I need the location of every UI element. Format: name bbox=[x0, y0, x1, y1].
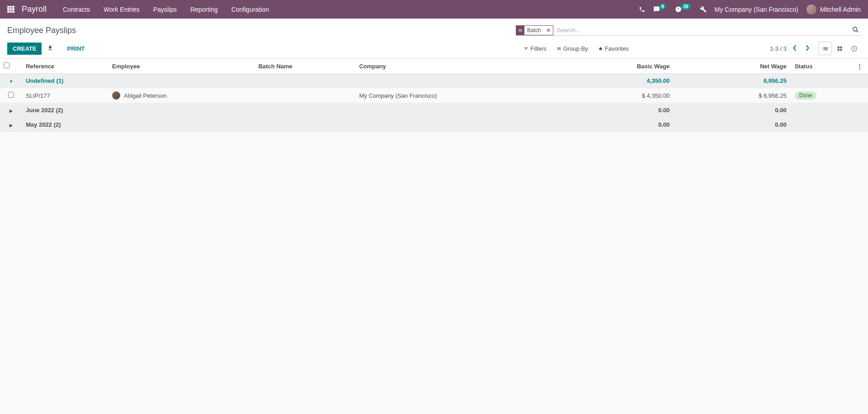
debug-icon[interactable] bbox=[700, 6, 707, 13]
pager-range[interactable]: 1-3 / 3 bbox=[770, 45, 787, 52]
search-icon[interactable] bbox=[850, 26, 861, 34]
page-title: Employee Payslips bbox=[7, 26, 76, 35]
col-reference[interactable]: Reference bbox=[22, 59, 108, 74]
nav-reporting[interactable]: Reporting bbox=[190, 6, 218, 13]
user-name: Mitchell Admin bbox=[820, 6, 861, 13]
group-net-wage: 0.00 bbox=[673, 103, 790, 118]
user-menu[interactable]: Mitchell Admin bbox=[807, 5, 861, 14]
filters-label: Filters bbox=[530, 45, 546, 52]
group-row[interactable]: ▶June 2022 (2)0.000.00 bbox=[0, 103, 868, 118]
print-button[interactable]: PRINT bbox=[61, 43, 90, 55]
search-input[interactable] bbox=[553, 25, 850, 35]
nav-payslips[interactable]: Payslips bbox=[153, 6, 177, 13]
group-title: Undefined (1) bbox=[26, 77, 63, 84]
row-checkbox[interactable] bbox=[8, 92, 14, 98]
app-brand[interactable]: Payroll bbox=[22, 5, 47, 14]
export-button[interactable] bbox=[42, 42, 58, 55]
group-basic-wage: 0.00 bbox=[557, 118, 673, 132]
pager-next[interactable] bbox=[803, 43, 811, 54]
col-company[interactable]: Company bbox=[355, 59, 556, 74]
group-title: May 2022 (2) bbox=[26, 121, 61, 128]
group-row[interactable]: ▶May 2022 (2)0.000.00 bbox=[0, 118, 868, 132]
nav-work-entries[interactable]: Work Entries bbox=[104, 6, 140, 13]
svg-line-1 bbox=[856, 30, 858, 32]
search-facet: Batch ✕ bbox=[516, 25, 553, 35]
groupby-facet-icon bbox=[516, 26, 524, 35]
pager-prev[interactable] bbox=[791, 43, 799, 54]
activities-icon[interactable]: 39 bbox=[675, 6, 691, 13]
col-net-wage[interactable]: Net Wage bbox=[673, 59, 790, 74]
group-net-wage: 6,956.25 bbox=[673, 74, 790, 88]
group-net-wage: 0.00 bbox=[673, 118, 790, 132]
messages-badge: 9 bbox=[659, 4, 666, 10]
nav-configuration[interactable]: Configuration bbox=[231, 6, 269, 13]
cell-batch bbox=[255, 88, 356, 103]
filter-icon bbox=[524, 46, 528, 51]
pager: 1-3 / 3 bbox=[770, 43, 811, 54]
caret-icon: ▶ bbox=[9, 123, 14, 128]
favorites-button[interactable]: Favorites bbox=[598, 45, 629, 52]
facet-remove[interactable]: ✕ bbox=[544, 27, 553, 33]
col-employee[interactable]: Employee bbox=[108, 59, 255, 74]
group-title: June 2022 (2) bbox=[26, 107, 63, 114]
search-view: Batch ✕ bbox=[516, 25, 861, 36]
svg-point-0 bbox=[853, 27, 857, 31]
caret-icon: ▶ bbox=[9, 109, 14, 113]
list-view-button[interactable] bbox=[818, 42, 832, 55]
nav-contracts[interactable]: Contracts bbox=[63, 6, 90, 13]
group-row[interactable]: ▼Undefined (1)4,350.006,956.25 bbox=[0, 74, 868, 88]
phone-icon[interactable] bbox=[639, 6, 645, 13]
columns-menu[interactable]: ⋮ bbox=[851, 59, 868, 74]
group-basic-wage: 4,350.00 bbox=[557, 74, 673, 88]
control-panel: Employee Payslips Batch ✕ CREATE PRINT bbox=[0, 19, 868, 59]
employee-avatar bbox=[112, 91, 120, 100]
cell-employee: Abigail Peterson bbox=[124, 92, 167, 99]
favorites-label: Favorites bbox=[605, 45, 629, 52]
cell-basic-wage: $ 4,350.00 bbox=[557, 88, 673, 103]
status-badge: Done bbox=[795, 91, 817, 100]
col-basic-wage[interactable]: Basic Wage bbox=[557, 59, 673, 74]
filters-button[interactable]: Filters bbox=[524, 45, 546, 52]
caret-icon: ▼ bbox=[9, 79, 14, 84]
activity-view-button[interactable] bbox=[847, 42, 861, 55]
kanban-view-button[interactable] bbox=[833, 42, 846, 55]
cell-net-wage: $ 6,956.25 bbox=[673, 88, 790, 103]
activities-badge: 39 bbox=[681, 4, 690, 10]
select-all-checkbox[interactable] bbox=[4, 62, 9, 68]
cell-company: My Company (San Francisco) bbox=[355, 88, 556, 103]
company-switcher[interactable]: My Company (San Francisco) bbox=[715, 6, 798, 13]
messages-icon[interactable]: 9 bbox=[653, 6, 667, 13]
group-basic-wage: 0.00 bbox=[557, 103, 673, 118]
nav-menu: Contracts Work Entries Payslips Reportin… bbox=[63, 6, 269, 13]
star-icon bbox=[598, 46, 603, 51]
payslip-table: Reference Employee Batch Name Company Ba… bbox=[0, 59, 868, 132]
cell-reference: SLIP/177 bbox=[22, 88, 108, 103]
groupby-button[interactable]: Group By bbox=[557, 45, 588, 52]
col-batch[interactable]: Batch Name bbox=[255, 59, 356, 74]
groupby-icon bbox=[557, 46, 561, 51]
table-row[interactable]: SLIP/177Abigail PetersonMy Company (San … bbox=[0, 88, 868, 103]
apps-icon[interactable] bbox=[7, 6, 14, 13]
groupby-label: Group By bbox=[563, 45, 588, 52]
avatar bbox=[807, 5, 816, 14]
main-navbar: Payroll Contracts Work Entries Payslips … bbox=[0, 0, 868, 19]
facet-label: Batch bbox=[524, 27, 544, 33]
col-status[interactable]: Status bbox=[790, 59, 851, 74]
create-button[interactable]: CREATE bbox=[7, 43, 42, 55]
